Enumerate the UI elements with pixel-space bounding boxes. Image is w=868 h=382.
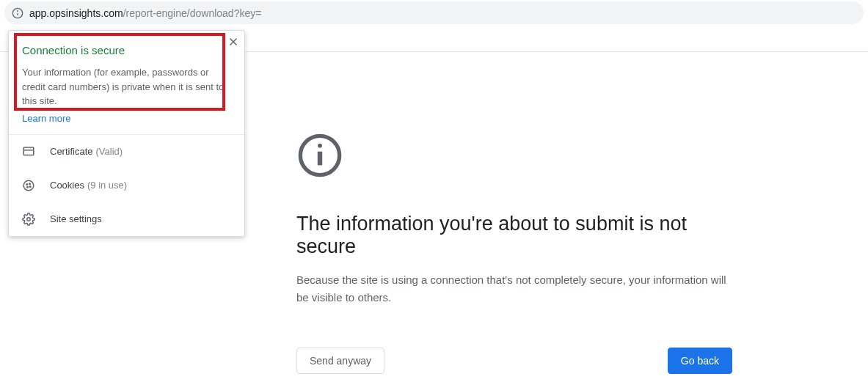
- gear-icon: [22, 213, 35, 226]
- svg-point-12: [27, 217, 31, 221]
- close-button[interactable]: [227, 35, 240, 48]
- svg-point-11: [30, 186, 32, 187]
- certificate-row[interactable]: Certificate (Valid): [9, 135, 244, 169]
- popover-description: Your information (for example, passwords…: [22, 65, 231, 109]
- learn-more-link[interactable]: Learn more: [22, 113, 70, 124]
- cookies-label: Cookies: [50, 180, 84, 191]
- svg-point-10: [27, 186, 29, 188]
- cookie-icon: [22, 179, 35, 192]
- cookies-row[interactable]: Cookies (9 in use): [9, 169, 244, 202]
- url-path: /report-engine/download?key=: [123, 7, 262, 19]
- warning-description: Because the site is using a connection t…: [296, 271, 729, 306]
- popover-title: Connection is secure: [22, 44, 231, 56]
- warning-title: The information you're about to submit i…: [296, 213, 737, 258]
- site-settings-label: Site settings: [50, 213, 102, 224]
- url-host: app.opsinsights.com: [29, 7, 123, 19]
- info-icon: [296, 132, 343, 179]
- svg-point-2: [18, 11, 18, 12]
- svg-point-9: [29, 183, 31, 185]
- info-icon: [12, 7, 23, 19]
- certificate-label: Certificate: [50, 146, 93, 157]
- address-bar[interactable]: app.opsinsights.com/report-engine/downlo…: [4, 1, 864, 24]
- cookies-count: (9 in use): [87, 180, 127, 191]
- site-settings-row[interactable]: Site settings: [9, 202, 244, 236]
- insecure-form-warning: The information you're about to submit i…: [296, 132, 737, 374]
- go-back-button[interactable]: Go back: [668, 348, 732, 374]
- site-security-popover: Connection is secure Your information (f…: [8, 30, 245, 237]
- svg-point-15: [318, 144, 322, 148]
- svg-point-8: [26, 183, 28, 185]
- svg-point-7: [23, 180, 34, 191]
- certificate-status: (Valid): [96, 146, 123, 157]
- certificate-icon: [22, 145, 35, 158]
- svg-rect-5: [23, 147, 34, 155]
- send-anyway-button[interactable]: Send anyway: [296, 348, 384, 374]
